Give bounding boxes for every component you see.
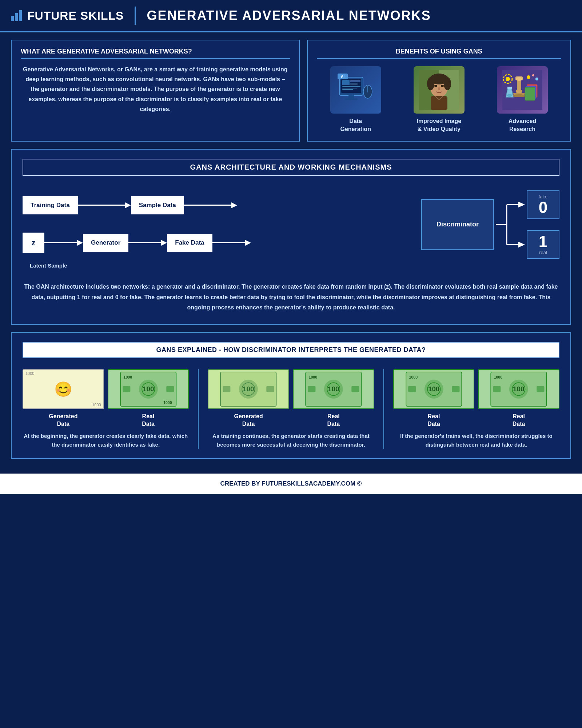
explained-heading: GANs EXPLAINED - HOW DISCRIMINATOR INTER…: [23, 342, 559, 358]
main-content: WHAT ARE GENERATIVE ADVERSARIAL NETWORKS…: [0, 32, 582, 474]
svg-rect-79: [408, 386, 416, 392]
svg-text:100: 100: [243, 385, 254, 393]
benefit-img-ai: AI: [330, 66, 381, 114]
benefit-label-0: DataGeneration: [340, 117, 371, 134]
research-illustration: [502, 70, 542, 110]
svg-point-23: [438, 87, 440, 90]
money-svg-1: 100 1000 1000: [108, 370, 188, 408]
card-2-img-real: 100 1000: [293, 369, 374, 409]
svg-point-22: [441, 85, 444, 87]
explained-card-3: 100 1000 100: [393, 369, 559, 449]
svg-text:1000: 1000: [123, 375, 132, 379]
header-divider: [135, 7, 136, 25]
svg-text:AI: AI: [341, 75, 344, 79]
money-svg-3b: 100 1000: [479, 370, 559, 408]
card-2-img-fake: 100: [208, 369, 289, 409]
svg-rect-5: [342, 86, 360, 87]
svg-text:1000: 1000: [494, 375, 503, 379]
real-value: 1: [534, 234, 552, 250]
svg-text:1000: 1000: [163, 400, 172, 405]
card-1-label-1: GeneratedData: [23, 413, 104, 428]
arrow-1: [78, 202, 131, 208]
svg-rect-34: [525, 87, 535, 100]
svg-text:100: 100: [143, 385, 154, 393]
card-2-label-2: RealData: [293, 413, 374, 428]
arch-diagram: Training Data Sample Data: [23, 187, 559, 270]
arrow-2: [184, 202, 237, 208]
output-fake-box: fake 0: [527, 190, 559, 219]
svg-rect-56: [123, 386, 130, 392]
card-3-label-1: RealData: [393, 413, 475, 428]
svg-point-39: [535, 78, 538, 80]
card-divider-2: [383, 369, 384, 449]
svg-rect-72: [351, 386, 359, 392]
explained-card-1: 1000 😊 1000 100 1000 1000: [23, 369, 189, 449]
architecture-section: GANs ARCHITECTURE AND WORKING MECHANISMS…: [11, 149, 571, 325]
svg-marker-48: [518, 242, 525, 248]
svg-text:1000: 1000: [309, 375, 318, 379]
logo-icon: [11, 10, 22, 21]
svg-rect-71: [308, 386, 315, 392]
card-2-label-1: GeneratedData: [208, 413, 289, 428]
card-3-images: 100 1000 100: [393, 369, 559, 409]
output-section: fake 0 1 real: [496, 190, 559, 259]
what-body: Generative Adversarial Networks, or GANs…: [21, 64, 290, 114]
svg-rect-35: [507, 87, 512, 89]
output-real-box: 1 real: [527, 230, 559, 259]
explained-cards: 1000 😊 1000 100 1000 1000: [23, 369, 559, 449]
svg-text:1000: 1000: [409, 375, 418, 379]
benefit-research: AdvancedResearch: [483, 66, 561, 134]
header-title: GENERATIVE ADVERSARIAL NETWORKS: [147, 8, 431, 23]
bottom-flow: z Generator Fake Data: [23, 233, 421, 253]
svg-rect-87: [493, 386, 501, 392]
top-flow: Training Data Sample Data: [23, 196, 421, 214]
output-boxes: fake 0 1 real: [527, 190, 559, 259]
money-svg-3a: 100 1000: [394, 370, 474, 408]
logo: FUTURE SKILLS: [11, 9, 124, 23]
z-node: z: [23, 233, 44, 253]
benefit-img-portrait: [414, 66, 465, 114]
portrait-illustration: [419, 70, 459, 110]
what-heading: WHAT ARE GENERATIVE ADVERSARIAL NETWORKS…: [21, 48, 290, 59]
card-1-labels: GeneratedData RealData: [23, 413, 189, 428]
svg-rect-57: [166, 386, 174, 392]
svg-rect-9: [345, 98, 358, 100]
svg-rect-80: [452, 386, 459, 392]
svg-rect-7: [342, 89, 353, 90]
svg-rect-6: [342, 88, 357, 88]
svg-point-38: [532, 74, 534, 76]
card-3-label-2: RealData: [478, 413, 559, 428]
card-3-desc: If the generator's trains well, the disc…: [393, 432, 559, 449]
arch-description: The GAN architecture includes two networ…: [23, 276, 559, 315]
top-panels: WHAT ARE GENERATIVE ADVERSARIAL NETWORKS…: [11, 40, 571, 142]
fork-svg: [496, 194, 525, 256]
header: FUTURE SKILLS GENERATIVE ADVERSARIAL NET…: [0, 0, 582, 32]
architecture-heading: GANs ARCHITECTURE AND WORKING MECHANISMS: [23, 159, 559, 176]
generator-node: Generator: [83, 234, 128, 252]
card-3-labels: RealData RealData: [393, 413, 559, 428]
svg-rect-2: [342, 80, 350, 85]
footer-text: CREATED BY: [220, 480, 262, 487]
svg-marker-47: [518, 202, 525, 207]
benefit-img-research: [497, 66, 548, 114]
svg-point-31: [513, 94, 526, 97]
money-svg-2a: 100: [208, 370, 288, 408]
card-1-label-2: RealData: [108, 413, 189, 428]
svg-rect-64: [267, 386, 274, 392]
card-2-images: 100 100 1000: [208, 369, 374, 409]
svg-point-21: [434, 85, 437, 87]
svg-point-19: [427, 77, 434, 90]
svg-rect-3: [350, 80, 360, 82]
money-svg-2b: 100 1000: [294, 370, 374, 408]
svg-text:100: 100: [428, 385, 439, 393]
card-1-images: 1000 😊 1000 100 1000 1000: [23, 369, 189, 409]
discriminator-node: Discriminator: [421, 199, 494, 250]
footer-brand: FUTURESKILLSACADEMY.COM ©: [262, 480, 362, 487]
footer: CREATED BY FUTURESKILLSACADEMY.COM ©: [0, 474, 582, 494]
benefit-label-2: AdvancedResearch: [509, 117, 536, 134]
card-1-img-real: 100 1000 1000: [108, 369, 189, 409]
card-3-img-1: 100 1000: [393, 369, 475, 409]
svg-point-41: [506, 77, 510, 81]
arrow-4: [128, 240, 167, 246]
svg-rect-4: [350, 83, 358, 85]
